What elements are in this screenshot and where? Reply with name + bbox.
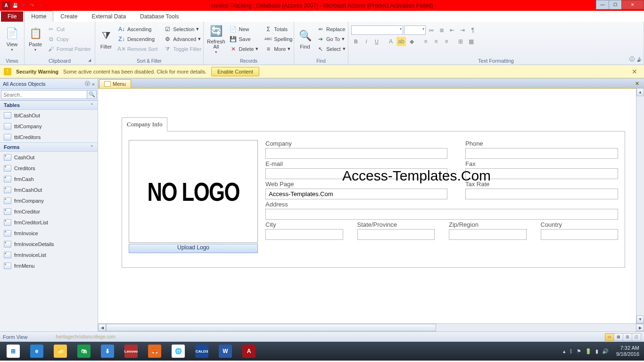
- nav-search-input[interactable]: [1, 90, 87, 99]
- tray-chevron-icon[interactable]: ▴: [563, 348, 566, 354]
- doc-tab-close-button[interactable]: ✕: [632, 81, 642, 87]
- cald3-button[interactable]: CALD3: [190, 342, 213, 360]
- app-button[interactable]: ⬇: [96, 342, 119, 360]
- word-button[interactable]: W: [214, 342, 237, 360]
- nav-item[interactable]: frmInvoiceList: [0, 249, 98, 260]
- bluetooth-icon[interactable]: ᛒ: [570, 348, 573, 354]
- fax-input[interactable]: [465, 168, 618, 179]
- ie-button[interactable]: e: [25, 342, 48, 360]
- nav-filter-icon[interactable]: ⓥ: [85, 80, 90, 87]
- firefox-button[interactable]: 🦊: [143, 342, 166, 360]
- store-button[interactable]: 🛍: [73, 342, 95, 360]
- tab-home[interactable]: Home: [24, 11, 53, 22]
- qat-redo-icon[interactable]: ↷: [28, 2, 36, 9]
- doc-tab-menu[interactable]: Menu: [99, 79, 131, 88]
- more-button[interactable]: ≡More ▾: [262, 44, 295, 54]
- nav-item[interactable]: CashOut: [0, 152, 98, 163]
- replace-button[interactable]: abReplace: [314, 24, 348, 34]
- nav-header[interactable]: All Access Objects ⓥ«: [0, 79, 98, 89]
- advanced-button[interactable]: ⚙Advanced ▾: [161, 34, 204, 44]
- select-button[interactable]: ↖Select ▾: [314, 44, 348, 54]
- scroll-right-icon[interactable]: ▶: [636, 324, 644, 331]
- system-tray[interactable]: ▴ ᛒ ⚑ 🔋 ▮ 🔊: [559, 348, 612, 354]
- nav-collapse-icon[interactable]: «: [92, 81, 95, 87]
- align-center-button[interactable]: ≡: [431, 37, 441, 46]
- flag-icon[interactable]: ⚑: [577, 348, 581, 354]
- vertical-scrollbar[interactable]: ▲ ▼: [636, 88, 644, 323]
- toggle-filter-button[interactable]: ⧩Toggle Filter: [161, 44, 204, 54]
- webpage-input[interactable]: [265, 189, 447, 199]
- volume-icon[interactable]: 🔊: [602, 348, 609, 354]
- minimize-button[interactable]: —: [596, 0, 609, 9]
- design-view-button[interactable]: ◫: [632, 333, 641, 341]
- network-icon[interactable]: ▮: [595, 348, 598, 354]
- file-tab[interactable]: File: [1, 11, 23, 22]
- help-icon[interactable]: ⓘ: [629, 56, 635, 63]
- layout-view-button[interactable]: ▥: [623, 333, 632, 341]
- explorer-button[interactable]: 📁: [49, 342, 72, 360]
- filter-button[interactable]: ⧩ Filter: [98, 23, 114, 54]
- qat-customize-icon[interactable]: ▼: [37, 2, 44, 9]
- view-button[interactable]: 📄 View ▼: [3, 23, 21, 54]
- tab-database-tools[interactable]: Database Tools: [133, 11, 186, 22]
- paste-button[interactable]: 📋 Paste ▼: [27, 23, 43, 54]
- copy-button[interactable]: ⧉Copy: [45, 34, 93, 44]
- taskbar-clock[interactable]: 7:32 AM9/18/2016: [612, 345, 643, 357]
- nav-item[interactable]: frmInvoice: [0, 228, 98, 239]
- new-button[interactable]: 📄New: [227, 24, 261, 34]
- company-input[interactable]: [265, 148, 447, 159]
- start-button[interactable]: ⊞: [2, 342, 25, 360]
- battery-icon[interactable]: 🔋: [585, 348, 592, 354]
- italic-button[interactable]: I: [362, 37, 371, 46]
- city-input[interactable]: [265, 229, 343, 240]
- totals-button[interactable]: ΣTotals: [262, 24, 295, 34]
- nav-group-forms[interactable]: Forms⌃: [0, 142, 98, 152]
- spelling-button[interactable]: ABCSpelling: [262, 34, 295, 44]
- nav-item[interactable]: frmInvoiceDetails: [0, 239, 98, 249]
- nav-item[interactable]: frmCreditor: [0, 206, 98, 217]
- scroll-down-icon[interactable]: ▼: [636, 315, 644, 323]
- indent-dec-button[interactable]: ⇤: [447, 25, 457, 35]
- font-color-button[interactable]: A: [386, 37, 396, 46]
- form-view-button[interactable]: ▭: [605, 333, 614, 341]
- nav-item[interactable]: tblCreditors: [0, 132, 98, 142]
- phone-input[interactable]: [465, 148, 618, 159]
- numbering-button[interactable]: ≣: [437, 25, 446, 35]
- align-left-button[interactable]: ≡: [421, 37, 430, 46]
- fill-color-button[interactable]: ◆: [407, 37, 416, 46]
- bold-button[interactable]: B: [351, 37, 361, 46]
- find-button[interactable]: 🔍 Find: [297, 23, 313, 54]
- state-input[interactable]: [357, 229, 435, 240]
- scroll-thumb[interactable]: [106, 324, 436, 331]
- ascending-button[interactable]: A↓Ascending: [116, 24, 160, 34]
- descending-button[interactable]: Z↓Descending: [116, 34, 160, 44]
- nav-group-tables[interactable]: Tables⌃: [0, 100, 98, 110]
- delete-button[interactable]: ✕Delete ▾: [227, 44, 261, 54]
- datasheet-view-button[interactable]: ▦: [614, 333, 623, 341]
- close-button[interactable]: ✕: [621, 0, 644, 9]
- address-input[interactable]: [265, 209, 618, 220]
- scroll-left-icon[interactable]: ◀: [98, 324, 106, 331]
- enable-content-button[interactable]: Enable Content: [211, 67, 259, 76]
- text-direction-button[interactable]: ¶: [468, 25, 478, 35]
- cut-button[interactable]: ✂Cut: [45, 24, 93, 34]
- highlight-button[interactable]: ab: [396, 37, 406, 46]
- horizontal-scrollbar[interactable]: ◀ ▶: [98, 323, 644, 331]
- upload-logo-button[interactable]: Upload Logo: [129, 244, 258, 253]
- nav-item[interactable]: frmCreditorList: [0, 217, 98, 228]
- underline-button[interactable]: U: [372, 37, 381, 46]
- ribbon-collapse-icon[interactable]: △: [637, 56, 641, 63]
- nav-item[interactable]: tblCompany: [0, 121, 98, 132]
- font-size-combo[interactable]: [404, 25, 426, 35]
- taxrate-input[interactable]: [465, 189, 618, 199]
- qat-undo-icon[interactable]: ↶: [20, 2, 27, 9]
- nav-item[interactable]: frmCash: [0, 173, 98, 184]
- gridlines-button[interactable]: ⊞: [456, 37, 465, 46]
- font-combo[interactable]: [351, 25, 403, 35]
- refresh-all-button[interactable]: 🔄 Refresh All ▼: [206, 23, 226, 54]
- security-close-button[interactable]: ✕: [629, 68, 640, 75]
- lenovo-button[interactable]: Lenovo: [120, 342, 142, 360]
- nav-search-button[interactable]: 🔍: [87, 90, 97, 99]
- remove-sort-button[interactable]: A✕Remove Sort: [116, 44, 160, 54]
- indent-inc-button[interactable]: ⇥: [458, 25, 467, 35]
